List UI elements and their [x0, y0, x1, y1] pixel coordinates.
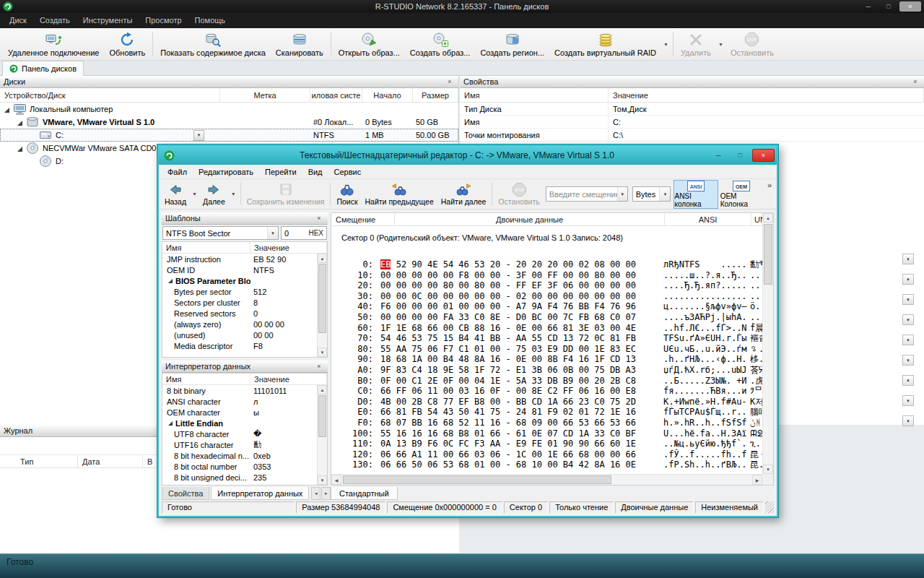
hex-row[interactable]: 0:EB 52 90 4E 54 46 53 20 - 20 20 20 00 …	[331, 259, 762, 270]
hex-row[interactable]: 90:18 68 1A 00 B4 48 8A 16 - 0E 00 8B F4…	[331, 354, 762, 365]
property-row[interactable]: Точки монтированияC:\	[460, 129, 924, 142]
maximize-icon[interactable]: □	[879, 1, 898, 12]
column-header-0[interactable]: Устройство/Диск	[0, 88, 220, 102]
property-dropdown-button[interactable]: ▼	[902, 294, 914, 305]
close-icon[interactable]: ×	[910, 78, 920, 85]
hex-row[interactable]: 60:1F 1E 68 66 00 CB 88 16 - 0E 00 66 81…	[331, 323, 762, 334]
hex-row[interactable]: 50:00 00 00 00 FA 33 C0 8E - D0 BC 00 7C…	[331, 312, 762, 323]
resize-grip[interactable]	[765, 501, 774, 513]
create-virtual-raid-dropdown-icon[interactable]: ▼	[661, 42, 671, 47]
field-row[interactable]: 8 bit hexadecimal n...0xeb	[162, 450, 317, 461]
find-next-button[interactable]: Найти далее	[437, 181, 490, 207]
expander-icon[interactable]	[167, 420, 173, 426]
scroll-right-icon[interactable]: ▶	[752, 475, 762, 485]
editor-menu-item-4[interactable]: Сервис	[328, 165, 367, 179]
main-menu-item-0[interactable]: Диск	[3, 13, 33, 28]
column-header-4[interactable]: Размер	[413, 88, 458, 102]
field-row[interactable]: Sectors per cluster8	[162, 297, 317, 308]
scroll-up-icon[interactable]: ▲	[318, 254, 327, 263]
interpreter-scrollbar[interactable]: ▲ ▼	[317, 385, 327, 485]
template-select[interactable]: NTFS Boot Sector ▼	[162, 226, 279, 240]
tab-scroll-right-icon[interactable]: ▸	[321, 487, 331, 500]
close-icon[interactable]: ×	[314, 215, 324, 222]
field-row[interactable]: UTF16 character勫	[162, 439, 317, 450]
field-row[interactable]: ANSI characterл	[162, 396, 317, 407]
field-row[interactable]: Little Endian	[162, 418, 317, 428]
close-icon[interactable]: ×	[445, 78, 455, 85]
delete-button[interactable]: Удалить	[676, 30, 716, 59]
scrollbar-thumb[interactable]	[343, 475, 611, 484]
refresh-button[interactable]: Обновить	[104, 30, 150, 59]
maximize-icon[interactable]: □	[731, 149, 750, 162]
open-image-button[interactable]: Открыть образ...	[334, 30, 405, 59]
property-dropdown-button[interactable]: ▼	[902, 274, 914, 285]
templates-scrollbar[interactable]: ▲ ▼	[317, 254, 327, 357]
field-row[interactable]: (always zero)00 00 00	[162, 319, 317, 329]
toolbar-overflow-button[interactable]: »	[764, 179, 775, 191]
property-dropdown-button[interactable]: ▼	[902, 254, 914, 264]
field-row[interactable]: 8 bit unsigned deci...235	[162, 472, 317, 483]
main-menu-item-4[interactable]: Помощь	[188, 13, 232, 28]
property-dropdown-button[interactable]: ▼	[902, 395, 914, 406]
show-disk-content-button[interactable]: Показать содержимое диска	[155, 30, 271, 59]
create-image-button[interactable]: Создать образ...	[405, 30, 476, 59]
disk-tree-row[interactable]: C:▼NTFS1 MB50.00 GB	[0, 129, 458, 142]
column-header-1[interactable]: Значение	[250, 242, 327, 253]
column-header-3[interactable]: Начало	[362, 88, 413, 102]
hex-row[interactable]: 70:54 46 53 75 15 B4 41 BB - AA 55 CD 13…	[331, 333, 762, 344]
scroll-down-icon[interactable]: ▼	[763, 465, 773, 474]
column-header-0[interactable]: Имя	[162, 374, 250, 384]
create-virtual-raid-button[interactable]: Создать виртуальный RAID	[549, 30, 661, 59]
unit-select[interactable]: Bytes ▼	[632, 186, 671, 202]
field-row[interactable]: 8 bit octal number0353	[162, 461, 317, 472]
property-dropdown-button[interactable]: ▼	[902, 314, 914, 325]
disk-tree-row[interactable]: VMware, VMware Virtual S 1.0#0 Локал...0…	[0, 116, 458, 129]
scroll-left-icon[interactable]: ◀	[331, 475, 341, 485]
hex-row[interactable]: 30:00 00 0C 00 00 00 00 00 - 02 00 00 00…	[331, 291, 762, 302]
column-header-0[interactable]: Тип	[0, 455, 78, 467]
sidebar-tab-1[interactable]: Интерпретатор данных	[211, 487, 309, 500]
hex-row[interactable]: D0:4B 00 2B C8 77 EF B8 00 - BB CD 1A 66…	[331, 397, 762, 407]
field-row[interactable]: BIOS Parameter Block	[162, 275, 317, 286]
hex-row[interactable]: A0:9F 83 C4 18 9E 58 1F 72 - E1 3B 06 0B…	[331, 365, 762, 376]
field-row[interactable]: Reserved sectors0	[162, 308, 317, 319]
column-header-3[interactable]: UN	[751, 213, 762, 225]
scroll-down-icon[interactable]: ▼	[318, 475, 327, 485]
scrollbar-thumb[interactable]	[318, 264, 326, 333]
forward-button[interactable]: Далее	[199, 181, 229, 207]
column-header-2[interactable]: иловая систе	[310, 88, 362, 102]
editor-titlebar[interactable]: Текстовый/Шестнадцатеричный редактор - C…	[159, 146, 777, 165]
scrollbar-thumb[interactable]	[318, 395, 326, 437]
hex-row[interactable]: 10:00 00 00 00 00 F8 00 00 - 3F 00 FF 00…	[331, 270, 762, 281]
field-row[interactable]: JMP instructionEB 52 90	[162, 254, 317, 264]
field-row[interactable]: OEM characterы	[162, 407, 317, 418]
stop-editor-button[interactable]: STOPОстановить	[494, 181, 543, 207]
stop-button[interactable]: STOPОстановить	[725, 30, 779, 59]
close-icon[interactable]: ×	[899, 1, 921, 12]
hex-row[interactable]: 40:F6 00 00 00 01 00 00 00 - A7 9A F4 76…	[331, 301, 762, 312]
column-header-1[interactable]: Дата	[78, 455, 143, 467]
expander-icon[interactable]	[167, 277, 173, 284]
editor-menu-item-3[interactable]: Вид	[302, 165, 328, 179]
hex-row[interactable]: 110:0A 13 B9 F6 0C FC F3 AA - E9 FE 01 9…	[331, 439, 762, 449]
main-menu-item-3[interactable]: Просмотр	[139, 13, 188, 28]
column-header-1[interactable]: Метка	[220, 88, 310, 102]
column-header-0[interactable]: Имя	[162, 242, 250, 253]
minimize-icon[interactable]: ─	[859, 1, 878, 12]
chevron-down-icon[interactable]: ▼	[617, 187, 627, 201]
property-dropdown-button[interactable]: ▼	[902, 415, 914, 426]
field-row[interactable]: Bytes per sector512	[162, 286, 317, 297]
close-icon[interactable]: ×	[752, 149, 775, 162]
chevron-down-icon[interactable]: ▼	[267, 227, 278, 239]
hex-row[interactable]: B0:0F 00 C1 2E 0F 00 04 1E - 5A 33 DB B9…	[331, 376, 762, 387]
expander-icon[interactable]	[16, 144, 24, 152]
close-icon[interactable]: ×	[314, 363, 324, 370]
view-tab-standard[interactable]: Стандартный	[331, 487, 398, 500]
editor-menu-item-0[interactable]: Файл	[162, 165, 193, 179]
disk-tree-row[interactable]: Локальный компьютер	[0, 103, 458, 116]
hex-row[interactable]: E0:66 81 FB 54 43 50 41 75 - 24 81 F9 02…	[331, 407, 762, 418]
hex-horizontal-scrollbar[interactable]: ◀ ▶	[331, 474, 762, 485]
value-dropdown-button[interactable]: ▼	[193, 130, 204, 141]
scroll-up-icon[interactable]: ▲	[763, 213, 773, 223]
column-header-2[interactable]: ANSI	[665, 213, 751, 225]
